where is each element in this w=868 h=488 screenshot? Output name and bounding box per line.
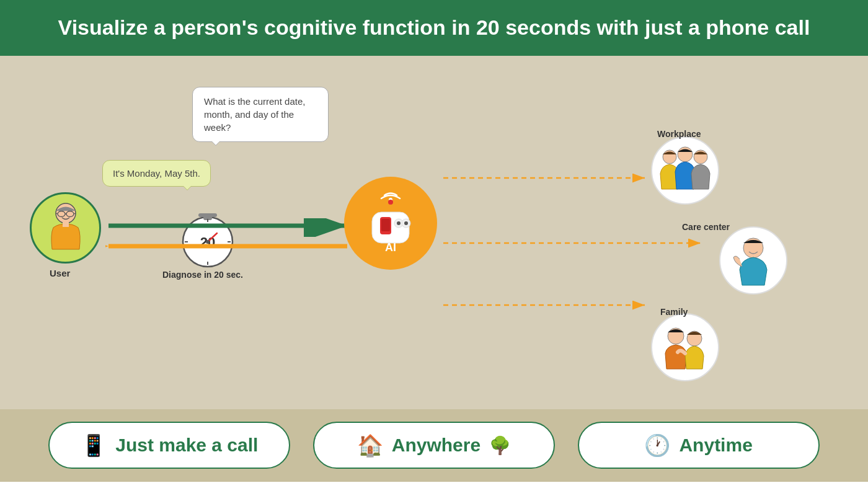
anywhere-button[interactable]: 🏠 Anywhere 🌳 (313, 422, 555, 469)
workplace-people-icon (654, 140, 716, 202)
dashed-arrow-care (440, 236, 707, 254)
phone-icon: 📱 (81, 433, 107, 458)
user-person-icon (41, 200, 91, 255)
anytime-button[interactable]: 🕐 Anytime (578, 422, 820, 469)
just-make-a-call-label: Just make a call (115, 435, 258, 456)
footer: 📱 Just make a call 🏠 Anywhere 🌳 🕐 Anytim… (0, 409, 868, 482)
answer-bubble: It's Monday, May 5th. (102, 160, 211, 187)
care-center-person-icon (722, 229, 784, 291)
header-title: Visualize a person's cognitive function … (58, 16, 810, 39)
page-header: Visualize a person's cognitive function … (0, 0, 868, 56)
workplace-label: Workplace (657, 129, 701, 139)
ai-circle: AI (344, 177, 437, 270)
svg-point-23 (388, 200, 393, 205)
home-icon: 🏠 (357, 433, 383, 458)
family-label: Family (660, 307, 688, 317)
care-center-label: Care center (682, 222, 730, 232)
just-make-a-call-button[interactable]: 📱 Just make a call (48, 422, 290, 469)
user-label: User (50, 268, 70, 278)
dashed-arrow-workplace (440, 171, 651, 189)
anywhere-label: Anywhere (392, 435, 480, 456)
svg-rect-9 (198, 213, 217, 217)
orange-left-arrow (105, 239, 353, 257)
workplace-circle (651, 136, 719, 205)
svg-point-30 (404, 221, 408, 225)
clock-icon: 🕐 (644, 433, 670, 458)
timer-label: Diagnose in 20 sec. (162, 270, 243, 280)
svg-text:AI: AI (385, 241, 396, 254)
svg-rect-26 (381, 219, 390, 231)
ai-robot-icon: AI (356, 186, 425, 260)
anytime-label: Anytime (679, 435, 752, 456)
main-diagram: What is the current date, month, and day… (0, 56, 868, 409)
care-center-circle (719, 226, 787, 295)
question-bubble: What is the current date, month, and day… (192, 87, 329, 142)
green-right-arrow (105, 218, 353, 237)
svg-rect-6 (63, 222, 69, 227)
family-circle (651, 313, 719, 381)
svg-point-0 (56, 203, 76, 223)
family-people-icon (654, 316, 716, 378)
tree-icon: 🌳 (489, 435, 511, 456)
user-circle (30, 192, 101, 264)
svg-point-29 (397, 221, 401, 225)
dashed-arrow-family (440, 298, 651, 316)
